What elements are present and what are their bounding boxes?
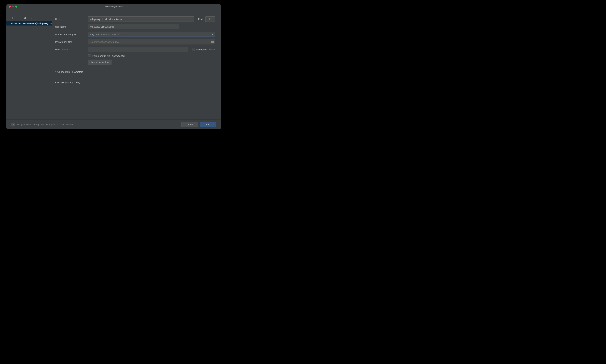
save-passphrase-label: Save passphrase <box>196 48 215 51</box>
username-row: Username: <box>55 24 215 29</box>
auth-hint: OpenSSH or PuTTY <box>100 33 121 36</box>
parse-config-toggle[interactable]: Parse config file ~/.ssh/config <box>88 54 215 57</box>
add-icon[interactable] <box>11 17 14 19</box>
close-window-button[interactable] <box>9 6 11 8</box>
edit-icon[interactable] <box>30 17 33 19</box>
keyfile-label: Private key file: <box>55 40 86 43</box>
keyfile-input-wrap[interactable]: /Users/wepzen/.ssh/id_rsa <box>88 39 215 44</box>
help-button[interactable]: ? <box>11 123 15 127</box>
ok-label: OK <box>206 123 210 126</box>
test-button-row: Test Connection <box>88 60 215 65</box>
passphrase-label: Passphrase: <box>55 48 86 51</box>
sidebar: ws-932331191353506@ssh.proxy.cloudcoder.… <box>6 9 52 119</box>
connection-parameters-label: Connection Parameters <box>57 70 83 73</box>
footer-message: Project-level settings will be applied t… <box>17 123 179 126</box>
auth-row: Authentication type: Key pair OpenSSH or… <box>55 32 215 37</box>
cancel-button[interactable]: Cancel <box>181 122 198 127</box>
connection-parameters-section[interactable]: Connection Parameters <box>55 69 215 75</box>
traffic-lights <box>6 6 17 8</box>
port-input[interactable] <box>205 16 215 22</box>
main-panel: Host: Port: Username: Authentication typ… <box>52 9 221 119</box>
dialog-footer: ? Project-level settings will be applied… <box>6 119 221 129</box>
save-passphrase-toggle[interactable]: Save passphrase <box>192 48 215 51</box>
auth-value: Key pair <box>90 33 99 36</box>
config-item[interactable]: ws-932331191353506@ssh.proxy.cloudcoder.… <box>6 21 52 26</box>
auth-select-text: Key pair OpenSSH or PuTTY <box>90 33 121 36</box>
checkbox-icon <box>192 48 195 51</box>
zoom-window-button[interactable] <box>15 6 17 8</box>
proxy-section[interactable]: HTTP/SOCKS Proxy <box>55 79 215 86</box>
cancel-label: Cancel <box>186 123 193 126</box>
config-item-label: ws-932331191353506@ssh.proxy.cloudcoder.… <box>11 22 52 25</box>
window-title: SSH Configurations <box>6 6 221 8</box>
footer-buttons: Cancel OK <box>181 122 216 127</box>
username-input[interactable] <box>88 24 179 29</box>
titlebar: SSH Configurations <box>6 4 221 9</box>
host-row: Host: Port: <box>55 16 215 22</box>
folder-icon[interactable] <box>211 40 214 43</box>
config-list: ws-932331191353506@ssh.proxy.cloudcoder.… <box>6 21 52 119</box>
ok-button[interactable]: OK <box>200 122 216 127</box>
chevron-down-icon <box>212 34 213 35</box>
keyfile-placeholder: /Users/wepzen/.ssh/id_rsa <box>88 40 211 43</box>
section-rule <box>96 72 215 72</box>
proxy-label: HTTP/SOCKS Proxy <box>57 81 80 84</box>
port-label: Port: <box>198 18 203 21</box>
dialog-window: SSH Configurations ws-932331191 <box>6 4 221 129</box>
test-connection-button[interactable]: Test Connection <box>88 60 111 65</box>
remove-icon[interactable] <box>18 17 20 19</box>
chevron-right-icon <box>55 71 56 73</box>
svg-rect-1 <box>25 17 26 19</box>
host-label: Host: <box>55 18 86 21</box>
sidebar-toolbar <box>6 16 52 21</box>
test-connection-label: Test Connection <box>91 61 109 64</box>
passphrase-row: Passphrase: Save passphrase <box>55 47 215 52</box>
parse-config-label: Parse config file ~/.ssh/config <box>92 54 125 57</box>
checkbox-checked-icon <box>88 54 91 57</box>
auth-type-select[interactable]: Key pair OpenSSH or PuTTY <box>88 32 215 37</box>
username-label: Username: <box>55 25 86 28</box>
chevron-right-icon <box>55 82 56 83</box>
host-input[interactable] <box>88 16 194 22</box>
minimize-window-button[interactable] <box>12 6 14 8</box>
copy-icon[interactable] <box>24 17 27 19</box>
dialog-content: ws-932331191353506@ssh.proxy.cloudcoder.… <box>6 9 221 119</box>
parse-config-row: Parse config file ~/.ssh/config <box>88 54 215 57</box>
passphrase-input[interactable] <box>88 47 188 52</box>
keyfile-row: Private key file: /Users/wepzen/.ssh/id_… <box>55 39 215 44</box>
auth-label: Authentication type: <box>55 33 86 36</box>
